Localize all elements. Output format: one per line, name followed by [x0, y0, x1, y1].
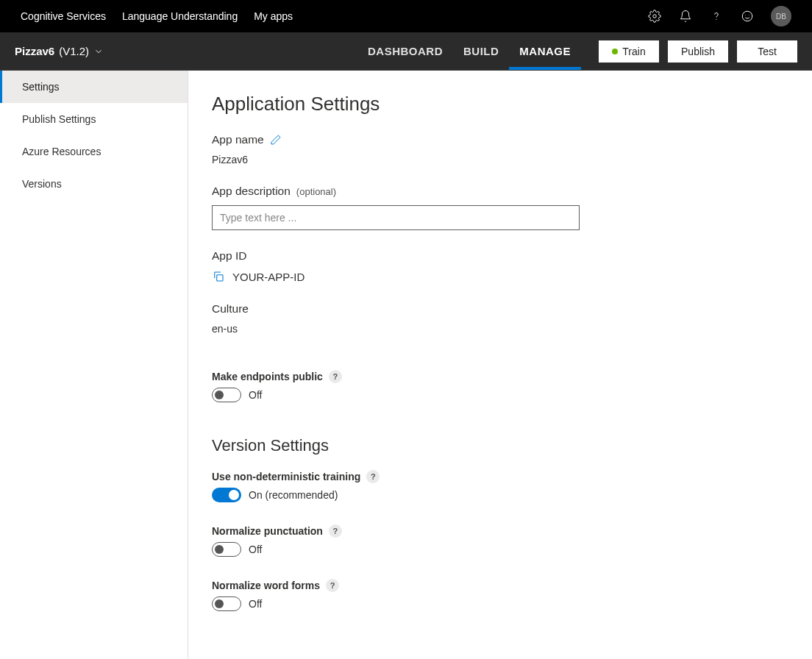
tab-build[interactable]: BUILD: [453, 32, 509, 70]
app-name: Pizzav6: [15, 45, 54, 57]
endpoints-public-label: Make endpoints public: [212, 371, 323, 382]
app-description-field: App description (optional): [212, 185, 783, 230]
help-icon[interactable]: ?: [329, 524, 342, 538]
app-id-label: App ID: [212, 249, 246, 263]
copy-icon[interactable]: [212, 270, 225, 283]
sidebar-item-settings[interactable]: Settings: [0, 71, 188, 103]
nondeterministic-training-block: Use non-deterministic training ? On (rec…: [212, 470, 783, 502]
help-icon[interactable]: ?: [366, 470, 380, 483]
normalize-punctuation-state: Off: [249, 544, 262, 555]
help-icon[interactable]: ?: [326, 579, 339, 592]
feedback-smile-icon[interactable]: [740, 9, 755, 24]
app-description-input[interactable]: [212, 205, 580, 230]
topbar-links: Cognitive Services Language Understandin…: [21, 10, 647, 22]
chevron-down-icon: [93, 46, 104, 57]
app-id-value: YOUR-APP-ID: [232, 271, 304, 283]
endpoints-public-toggle[interactable]: [212, 388, 241, 402]
settings-gear-icon[interactable]: [647, 9, 662, 24]
svg-point-4: [749, 15, 749, 15]
svg-rect-5: [217, 275, 223, 281]
normalize-punctuation-label: Normalize punctuation: [212, 525, 323, 537]
app-version: (V1.2): [59, 45, 89, 57]
topbar: Cognitive Services Language Understandin…: [0, 0, 812, 32]
app-name-field: App name Pizzav6: [212, 133, 783, 165]
content: Application Settings App name Pizzav6 Ap…: [188, 71, 812, 659]
user-avatar[interactable]: DB: [771, 6, 791, 26]
endpoints-public-state: Off: [249, 389, 262, 401]
sidebar-item-publish-settings[interactable]: Publish Settings: [0, 103, 188, 135]
help-icon[interactable]: ?: [329, 370, 342, 383]
edit-pencil-icon[interactable]: [270, 134, 282, 146]
sidebar: Settings Publish Settings Azure Resource…: [0, 71, 188, 659]
culture-field: Culture en-us: [212, 302, 783, 335]
topbar-link-my-apps[interactable]: My apps: [254, 10, 293, 22]
help-question-icon[interactable]: [709, 9, 724, 24]
secondbar: Pizzav6 (V1.2) DASHBOARD BUILD MANAGE Tr…: [0, 32, 812, 71]
normalize-word-forms-block: Normalize word forms ? Off: [212, 579, 783, 611]
app-version-dropdown[interactable]: Pizzav6 (V1.2): [15, 45, 104, 57]
topbar-link-cognitive-services[interactable]: Cognitive Services: [21, 10, 106, 22]
train-button-label: Train: [622, 46, 645, 57]
version-settings-title: Version Settings: [212, 436, 783, 455]
svg-point-2: [742, 11, 752, 21]
app-description-label: App description: [212, 185, 291, 198]
app-name-label: App name: [212, 133, 264, 146]
test-button[interactable]: Test: [737, 40, 797, 63]
action-buttons: Train Publish Test: [599, 40, 797, 63]
sidebar-item-versions[interactable]: Versions: [0, 168, 188, 200]
svg-point-3: [745, 15, 746, 15]
sidebar-item-azure-resources[interactable]: Azure Resources: [0, 135, 188, 168]
normalize-punctuation-block: Normalize punctuation ? Off: [212, 524, 783, 557]
topbar-link-language-understanding[interactable]: Language Understanding: [122, 10, 238, 22]
tab-manage[interactable]: MANAGE: [509, 32, 581, 70]
topbar-icons: DB: [647, 6, 791, 26]
normalize-word-forms-toggle[interactable]: [212, 596, 241, 611]
normalize-word-forms-label: Normalize word forms: [212, 580, 320, 591]
nondeterministic-training-label: Use non-deterministic training: [212, 471, 360, 482]
app-id-field: App ID YOUR-APP-ID: [212, 249, 783, 283]
culture-label: Culture: [212, 302, 249, 316]
normalize-word-forms-state: Off: [249, 598, 262, 610]
publish-button[interactable]: Publish: [668, 40, 728, 63]
train-status-dot-icon: [612, 49, 618, 54]
endpoints-public-block: Make endpoints public ? Off: [212, 370, 783, 402]
app-description-optional: (optional): [296, 186, 336, 197]
app-name-value: Pizzav6: [212, 154, 783, 165]
nondeterministic-training-toggle[interactable]: [212, 488, 241, 502]
tab-dashboard[interactable]: DASHBOARD: [357, 32, 453, 70]
svg-point-1: [716, 19, 716, 20]
notifications-bell-icon[interactable]: [678, 9, 693, 24]
nondeterministic-training-state: On (recommended): [249, 489, 338, 501]
main: Settings Publish Settings Azure Resource…: [0, 71, 812, 659]
train-button[interactable]: Train: [599, 40, 659, 63]
svg-point-0: [653, 15, 657, 18]
culture-value: en-us: [212, 323, 783, 335]
nav-tabs: DASHBOARD BUILD MANAGE: [357, 32, 581, 70]
normalize-punctuation-toggle[interactable]: [212, 542, 241, 557]
page-title: Application Settings: [212, 93, 783, 115]
